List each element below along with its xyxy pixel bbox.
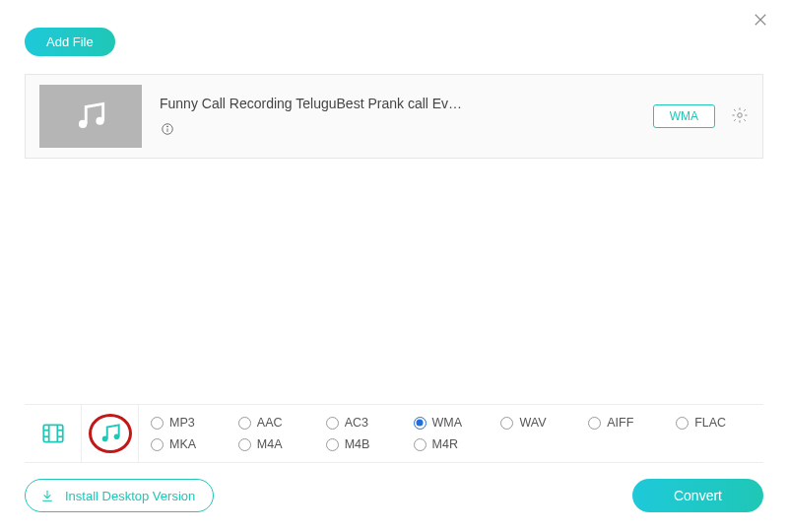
format-option-wav[interactable]: WAV [500, 416, 588, 430]
format-radio[interactable] [151, 417, 164, 430]
format-radio[interactable] [326, 438, 339, 451]
format-option-flac[interactable]: FLAC [676, 416, 763, 430]
format-radio[interactable] [151, 438, 164, 451]
format-label: FLAC [694, 416, 726, 430]
svg-point-14 [113, 433, 119, 439]
format-label: AIFF [607, 416, 633, 430]
format-label: MKA [169, 437, 196, 451]
toolbar: Add File [0, 0, 788, 74]
format-grid: MP3AACAC3WMAWAVAIFFFLACMKAM4AM4BM4R [139, 405, 763, 462]
format-option-aiff[interactable]: AIFF [588, 416, 676, 430]
file-meta: Funny Call Recording TeluguBest Prank ca… [160, 96, 635, 137]
format-radio[interactable] [414, 438, 427, 451]
format-label: WAV [519, 416, 546, 430]
format-option-wma[interactable]: WMA [414, 416, 501, 430]
svg-point-0 [79, 120, 87, 128]
format-label: AC3 [345, 416, 368, 430]
file-thumbnail [39, 85, 142, 148]
svg-point-5 [738, 112, 743, 117]
format-radio[interactable] [238, 417, 251, 430]
music-note-icon [98, 421, 123, 446]
film-icon [40, 421, 66, 446]
svg-point-1 [96, 117, 103, 125]
svg-point-13 [101, 436, 107, 442]
file-item: Funny Call Recording TeluguBest Prank ca… [25, 74, 763, 159]
add-file-button[interactable]: Add File [25, 28, 115, 56]
video-tab[interactable] [25, 405, 82, 462]
format-option-ac3[interactable]: AC3 [326, 416, 414, 430]
footer: Install Desktop Version Convert [25, 463, 763, 532]
format-label: M4B [345, 437, 370, 451]
info-icon[interactable] [160, 121, 175, 137]
download-icon [39, 488, 55, 503]
format-label: M4R [432, 437, 458, 451]
format-option-mp3[interactable]: MP3 [151, 416, 238, 430]
file-actions: WMA [653, 104, 749, 128]
output-format-chip[interactable]: WMA [653, 104, 715, 128]
file-title: Funny Call Recording TeluguBest Prank ca… [160, 96, 635, 111]
format-radio[interactable] [588, 417, 601, 430]
format-radio[interactable] [414, 417, 427, 430]
format-selector: MP3AACAC3WMAWAVAIFFFLACMKAM4AM4BM4R [25, 404, 763, 463]
format-option-m4r[interactable]: M4R [414, 437, 501, 451]
format-option-m4b[interactable]: M4B [326, 437, 414, 451]
install-desktop-label: Install Desktop Version [65, 489, 195, 503]
format-label: WMA [432, 416, 463, 430]
bottom-panel: MP3AACAC3WMAWAVAIFFFLACMKAM4AM4BM4R Inst… [25, 404, 763, 532]
format-radio[interactable] [238, 438, 251, 451]
format-option-m4a[interactable]: M4A [238, 437, 326, 451]
svg-rect-6 [43, 425, 63, 441]
audio-tab[interactable] [82, 405, 139, 462]
svg-point-4 [167, 126, 168, 127]
format-label: M4A [257, 437, 283, 451]
format-label: MP3 [169, 416, 195, 430]
format-option-mka[interactable]: MKA [151, 437, 238, 451]
settings-button[interactable] [731, 106, 749, 127]
gear-icon [731, 106, 749, 124]
format-radio[interactable] [326, 417, 339, 430]
format-option-aac[interactable]: AAC [238, 416, 326, 430]
music-note-icon [72, 98, 109, 135]
close-icon [752, 11, 769, 29]
install-desktop-button[interactable]: Install Desktop Version [25, 479, 214, 512]
convert-button[interactable]: Convert [632, 479, 763, 512]
format-label: AAC [257, 416, 283, 430]
close-button[interactable] [749, 8, 772, 32]
format-radio[interactable] [500, 417, 513, 430]
format-radio[interactable] [676, 417, 689, 430]
